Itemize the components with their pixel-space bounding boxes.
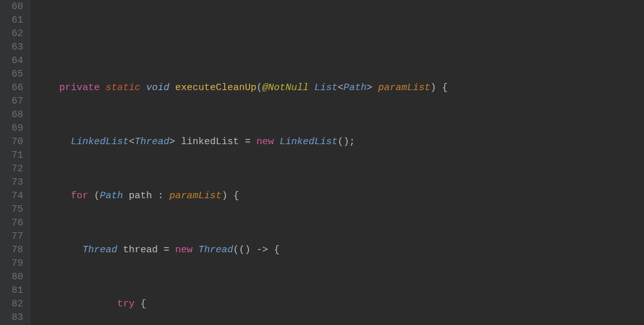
line-number: 76 [5,216,23,230]
line-number: 65 [5,68,23,81]
line-number: 83 [5,311,23,324]
code-line[interactable]: LinkedList<Thread> linkedList = new Link… [36,135,604,149]
line-number: 81 [5,284,23,297]
line-number: 80 [5,270,23,284]
line-number-gutter: 60 61 62 63 64 65 66 67 68 69 70 71 72 7… [0,0,31,325]
line-number: 68 [5,108,23,122]
line-number: 74 [5,189,23,203]
line-number: 72 [5,162,23,176]
code-line[interactable]: private static void executeCleanUp(@NotN… [36,81,604,95]
code-line[interactable]: try { [36,297,604,311]
line-number: 69 [5,122,23,135]
line-number: 77 [5,230,23,243]
line-number: 82 [5,297,23,311]
code-area[interactable]: private static void executeCleanUp(@NotN… [31,0,604,325]
code-line[interactable]: Thread thread = new Thread(() -> { [36,243,604,257]
line-number: 78 [5,243,23,257]
code-line[interactable]: for (Path path : paramList) { [36,189,604,203]
line-number: 67 [5,95,23,108]
code-line[interactable] [36,27,604,41]
code-editor[interactable]: 60 61 62 63 64 65 66 67 68 69 70 71 72 7… [0,0,644,325]
line-number: 61 [5,14,23,27]
line-number: 62 [5,27,23,41]
line-number: 64 [5,54,23,68]
line-number: 60 [5,0,23,14]
line-number: 66 [5,81,23,95]
line-number: 70 [5,135,23,149]
line-number: 63 [5,41,23,54]
line-number: 79 [5,257,23,270]
line-number: 75 [5,203,23,216]
line-number: 73 [5,176,23,189]
line-number: 71 [5,149,23,162]
